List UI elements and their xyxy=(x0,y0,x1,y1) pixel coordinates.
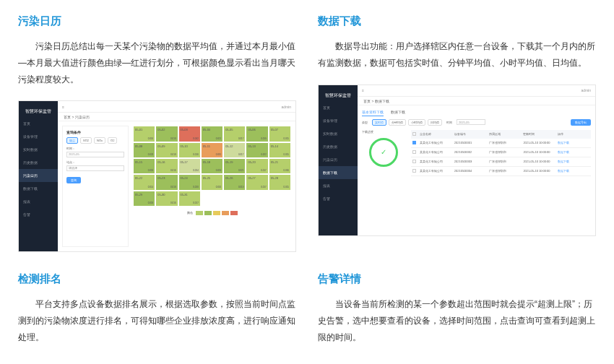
calendar-cell[interactable]: 05-080.020 xyxy=(133,142,155,158)
calendar-cell[interactable]: 05-210.016 xyxy=(269,158,291,174)
legend-swatch xyxy=(204,211,212,215)
cell-op[interactable]: 数据下载 xyxy=(556,167,591,176)
filter-chip[interactable]: SO2 xyxy=(80,137,92,144)
table-row[interactable]: 某某化工有限公司20210500001广东省深圳市2021-05-10 10:0… xyxy=(411,139,591,148)
check-circle-icon: ✓ xyxy=(369,138,398,167)
calendar-cell[interactable]: 05-070.015 xyxy=(269,126,291,142)
ss-cal-query-btn[interactable]: 查询 xyxy=(66,177,81,183)
calendar-cell[interactable]: 05-230.018 xyxy=(155,174,178,190)
checkbox-icon[interactable] xyxy=(412,150,416,154)
ss-dl-menu-icon[interactable]: ≡ xyxy=(362,88,364,92)
table-row[interactable]: 某某化工有限公司20210500002广东省深圳市2021-05-10 10:0… xyxy=(411,148,591,157)
calendar-cell[interactable]: 05-040.021 xyxy=(201,126,223,142)
calendar-cell[interactable]: 05-130.022 xyxy=(246,142,268,158)
filter-chip[interactable]: 烟尘 xyxy=(66,137,78,144)
calendar-cell[interactable]: 05-110.031 xyxy=(201,142,223,158)
sidebar-item[interactable]: 实时数据 xyxy=(19,143,58,156)
filter-chip[interactable]: NOx xyxy=(94,137,105,144)
sidebar-item[interactable]: 告警 xyxy=(319,192,358,205)
sidebar-item[interactable]: 污染日历 xyxy=(19,169,58,182)
calendar-cell[interactable]: 05-120.017 xyxy=(223,142,246,158)
ss-dl-logo: 智慧环保监管 xyxy=(319,90,358,101)
checkbox-icon[interactable] xyxy=(412,160,416,163)
filter-chip[interactable]: 分钟均值 xyxy=(389,119,406,126)
ss-cal-menu-icon[interactable]: ≡ xyxy=(62,105,64,109)
table-row[interactable]: 某某化工有限公司20210500004广东省深圳市2021-05-10 10:0… xyxy=(411,167,591,176)
calendar-cell[interactable]: 05-290.018 xyxy=(133,191,155,207)
sidebar-item[interactable]: 历史数据 xyxy=(319,140,358,153)
calendar-cell[interactable]: 05-180.019 xyxy=(201,158,223,174)
calendar-cell[interactable]: 05-250.016 xyxy=(201,174,223,190)
calendar-cell[interactable]: 05-270.017 xyxy=(246,174,268,190)
ss-cal-topbar: ≡ admin xyxy=(58,101,295,113)
title-download: 数据下载 xyxy=(318,14,596,28)
calendar-cell[interactable]: 05-200.017 xyxy=(246,158,268,174)
calendar-cell[interactable]: 05-090.018 xyxy=(155,142,178,158)
calendar-cell[interactable]: 05-300.016 xyxy=(155,191,178,207)
sidebar-item[interactable]: 历史数据 xyxy=(19,156,58,169)
sidebar-item[interactable]: 数据下载 xyxy=(19,182,58,195)
filter-chip[interactable]: O2 xyxy=(108,137,117,144)
calendar-cell[interactable]: 05-140.015 xyxy=(269,142,291,158)
calendar-cell[interactable]: 05-160.016 xyxy=(155,158,178,174)
calendar-cell[interactable]: 05-170.024 xyxy=(178,158,201,174)
calendar-cell[interactable]: 05-030.042 xyxy=(178,126,201,142)
calendar-cell[interactable]: 05-010.016 xyxy=(133,126,155,142)
ss-dl-tab-2[interactable]: 数据下载 xyxy=(391,110,405,116)
filter-chip[interactable]: 实时值 xyxy=(372,119,386,126)
ss-dl-topbar: ≡ admin xyxy=(358,85,595,97)
filter-chip[interactable]: 小时均值 xyxy=(408,119,425,126)
calendar-cell[interactable]: 05-020.018 xyxy=(155,126,178,142)
cell-op[interactable]: 数据下载 xyxy=(556,148,591,157)
sidebar-item[interactable]: 数据下载 xyxy=(319,166,358,179)
cell-area: 广东省深圳市 xyxy=(488,139,522,147)
calendar-cell[interactable]: 05-150.018 xyxy=(133,158,155,174)
ss-dl-table: 企业名称设备编号所属区域更新时间操作 某某化工有限公司20210500001广东… xyxy=(411,130,591,176)
cell-dev: 20210500003 xyxy=(453,157,488,166)
calendar-cell[interactable]: 05-240.020 xyxy=(178,174,201,190)
ss-dl-time-input[interactable]: 2021-05 xyxy=(457,119,485,125)
checkbox-icon[interactable] xyxy=(412,132,416,136)
cell-op[interactable]: 数据下载 xyxy=(556,157,591,166)
calendar-cell[interactable]: 05-060.019 xyxy=(246,126,268,142)
cell-dev: 20210500002 xyxy=(453,148,488,157)
sidebar-item[interactable]: 首页 xyxy=(319,101,358,114)
calendar-cell[interactable]: 05-280.015 xyxy=(269,174,291,190)
cell-op[interactable]: 数据下载 xyxy=(556,139,591,147)
title-alarm: 告警详情 xyxy=(318,272,596,286)
ss-cal-label-time: 时间： xyxy=(66,147,124,150)
sidebar-item[interactable]: 设备管理 xyxy=(19,130,58,143)
sidebar-item[interactable]: 实时数据 xyxy=(319,127,358,140)
ss-dl-user[interactable]: admin xyxy=(581,88,591,92)
calendar-cell[interactable]: 05-100.016 xyxy=(178,142,201,158)
calendar-cell[interactable]: 05-260.019 xyxy=(223,174,246,190)
ss-cal-point-input[interactable]: 请选择 xyxy=(66,165,124,171)
sidebar-item[interactable]: 首页 xyxy=(19,117,58,130)
calendar-cell[interactable]: 05-310.017 xyxy=(178,191,201,207)
calendar-cell[interactable]: 05-220.014 xyxy=(133,174,155,190)
ss-cal-user[interactable]: admin xyxy=(281,105,291,109)
ss-cal-heatmap: 05-010.01605-020.01805-030.04205-040.021… xyxy=(133,126,291,247)
sidebar-item[interactable]: 报表 xyxy=(19,195,58,208)
filter-chip[interactable]: 日均值 xyxy=(428,119,442,126)
screenshot-download: 智慧环保监管 首页设备管理实时数据历史数据污染日历数据下载报表告警 ≡ admi… xyxy=(318,84,596,236)
ss-cal-time-input[interactable]: 2021-05 xyxy=(66,152,124,157)
sidebar-item[interactable]: 报表 xyxy=(319,179,358,192)
text-calendar: 污染日历总结出每一天某个污染物的数据平均值，并通过本月最小值—本月最大值进行颜色… xyxy=(18,38,296,87)
calendar-cell[interactable]: 05-190.021 xyxy=(223,158,246,174)
checkbox-icon[interactable] xyxy=(412,141,416,144)
col-calendar: 污染日历 污染日历总结出每一天某个污染物的数据平均值，并通过本月最小值—本月最大… xyxy=(18,14,296,272)
sidebar-item[interactable]: 设备管理 xyxy=(319,114,358,127)
table-row[interactable]: 某某化工有限公司20210500003广东省深圳市2021-05-10 10:0… xyxy=(411,157,591,167)
calendar-cell[interactable]: 05-050.017 xyxy=(223,126,246,142)
sidebar-item[interactable]: 污染日历 xyxy=(319,153,358,166)
ss-dl-sidebar: 智慧环保监管 首页设备管理实时数据历史数据污染日历数据下载报表告警 xyxy=(319,85,358,235)
legend-swatch xyxy=(230,211,238,215)
cell-time: 2021-05-10 10:00:00 xyxy=(522,139,556,147)
sidebar-item[interactable]: 告警 xyxy=(19,208,58,221)
ss-dl-export-btn[interactable]: 数据导出 xyxy=(571,119,591,126)
cell-dev: 20210500004 xyxy=(453,167,488,176)
col-ranking: 检测排名 平台支持多点设备数据排名展示，根据选取参数，按照当前时间点监测到的污染… xyxy=(18,272,296,358)
ss-dl-tab-1[interactable]: 基本资料下载 xyxy=(362,110,384,116)
checkbox-icon[interactable] xyxy=(412,169,416,173)
